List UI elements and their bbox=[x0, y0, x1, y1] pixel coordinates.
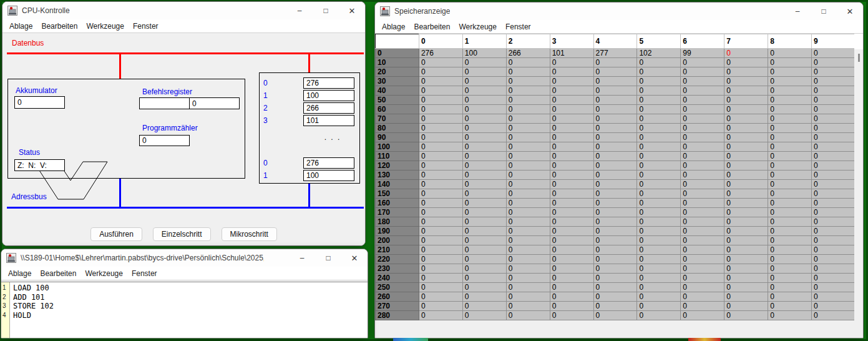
cpu-memory-value[interactable]: 276 bbox=[303, 157, 354, 169]
memory-cell[interactable]: 0 bbox=[768, 217, 812, 227]
memory-cell[interactable]: 101 bbox=[550, 49, 593, 58]
memory-cell[interactable]: 0 bbox=[768, 77, 812, 86]
code-editor[interactable]: 1234 LOAD 100ADD 101STORE 102HOLD bbox=[1, 282, 368, 338]
memory-cell[interactable]: 0 bbox=[681, 227, 724, 236]
cpu-memory-value[interactable]: 276 bbox=[303, 77, 354, 89]
memory-cell[interactable]: 0 bbox=[506, 208, 550, 217]
memory-cell[interactable]: 0 bbox=[550, 292, 593, 302]
memory-cell[interactable]: 0 bbox=[593, 255, 637, 264]
memory-cell[interactable]: 0 bbox=[768, 133, 812, 142]
memory-cell[interactable]: 0 bbox=[637, 236, 681, 245]
memory-cell[interactable]: 0 bbox=[419, 124, 462, 133]
menu-item-bearbeiten[interactable]: Bearbeiten bbox=[36, 269, 80, 278]
memory-cell[interactable]: 0 bbox=[724, 255, 768, 264]
memory-cell[interactable]: 0 bbox=[593, 77, 637, 86]
memory-cell[interactable]: 0 bbox=[593, 170, 637, 180]
memory-cell[interactable]: 0 bbox=[768, 227, 812, 236]
memory-cell[interactable]: 0 bbox=[462, 86, 506, 96]
memory-cell[interactable]: 0 bbox=[462, 180, 506, 189]
memory-cell[interactable]: 0 bbox=[768, 292, 812, 302]
memory-cell[interactable]: 0 bbox=[637, 189, 681, 199]
memory-cell[interactable]: 0 bbox=[724, 217, 768, 227]
memory-cell[interactable]: 0 bbox=[419, 67, 462, 77]
memory-cell[interactable]: 0 bbox=[506, 161, 550, 170]
cpu-memory-value[interactable]: 101 bbox=[303, 115, 354, 126]
minimize-icon[interactable]: – bbox=[286, 2, 313, 19]
button-einzelschritt[interactable]: Einzelschritt bbox=[153, 227, 211, 241]
memory-cell[interactable]: 0 bbox=[462, 302, 506, 311]
close-icon[interactable]: ✕ bbox=[837, 2, 863, 20]
memory-cell[interactable]: 0 bbox=[593, 311, 637, 320]
memory-cell[interactable]: 0 bbox=[506, 189, 550, 199]
memory-cell[interactable]: 0 bbox=[462, 142, 506, 152]
memory-cell[interactable]: 0 bbox=[768, 274, 812, 283]
memory-cell[interactable]: 0 bbox=[593, 245, 637, 255]
memory-cell[interactable]: 0 bbox=[724, 236, 768, 245]
memory-cell[interactable]: 0 bbox=[637, 77, 681, 86]
memory-cell[interactable]: 0 bbox=[637, 227, 681, 236]
memory-cell[interactable]: 0 bbox=[593, 283, 637, 292]
memory-cell[interactable]: 0 bbox=[550, 302, 593, 311]
memory-cell[interactable]: 0 bbox=[462, 227, 506, 236]
memory-cell[interactable]: 0 bbox=[419, 180, 462, 189]
memory-cell[interactable]: 0 bbox=[419, 170, 462, 180]
memory-cell[interactable]: 0 bbox=[550, 274, 593, 283]
memory-cell[interactable]: 0 bbox=[550, 311, 593, 320]
close-icon[interactable]: ✕ bbox=[339, 2, 365, 19]
memory-cell[interactable]: 0 bbox=[681, 58, 724, 67]
menu-item-fenster[interactable]: Fenster bbox=[129, 22, 163, 31]
memory-cell[interactable]: 0 bbox=[768, 96, 812, 105]
memory-cell[interactable]: 0 bbox=[812, 283, 854, 292]
memory-cell[interactable]: 0 bbox=[462, 189, 506, 199]
scrollbar-thumb[interactable] bbox=[858, 54, 860, 62]
memory-cell[interactable]: 0 bbox=[419, 274, 462, 283]
memory-cell[interactable]: 0 bbox=[812, 49, 854, 58]
memory-cell[interactable]: 0 bbox=[550, 152, 593, 161]
memory-cell[interactable]: 0 bbox=[681, 124, 724, 133]
memory-cell[interactable]: 0 bbox=[419, 311, 462, 320]
memory-cell[interactable]: 0 bbox=[419, 133, 462, 142]
memory-cell[interactable]: 0 bbox=[768, 255, 812, 264]
memory-cell[interactable]: 0 bbox=[593, 105, 637, 114]
memory-cell[interactable]: 0 bbox=[681, 114, 724, 124]
memory-cell[interactable]: 0 bbox=[506, 302, 550, 311]
memory-cell[interactable]: 0 bbox=[506, 58, 550, 67]
memory-cell[interactable]: 0 bbox=[506, 114, 550, 124]
memory-cell[interactable]: 0 bbox=[419, 208, 462, 217]
memory-cell[interactable]: 0 bbox=[593, 302, 637, 311]
memory-cell[interactable]: 0 bbox=[637, 67, 681, 77]
memory-cell[interactable]: 0 bbox=[637, 161, 681, 170]
memory-cell[interactable]: 0 bbox=[724, 180, 768, 189]
memory-cell[interactable]: 0 bbox=[724, 96, 768, 105]
memory-cell[interactable]: 0 bbox=[724, 142, 768, 152]
code-lines[interactable]: LOAD 100ADD 101STORE 102HOLD bbox=[10, 282, 368, 338]
memory-cell[interactable]: 0 bbox=[724, 245, 768, 255]
memory-cell[interactable]: 0 bbox=[768, 208, 812, 217]
memory-cell[interactable]: 0 bbox=[681, 142, 724, 152]
memory-cell[interactable]: 0 bbox=[593, 274, 637, 283]
memory-cell[interactable]: 0 bbox=[637, 255, 681, 264]
memory-cell[interactable]: 0 bbox=[462, 199, 506, 208]
memory-cell[interactable]: 0 bbox=[462, 124, 506, 133]
memory-cell[interactable]: 0 bbox=[462, 170, 506, 180]
memory-cell[interactable]: 0 bbox=[724, 152, 768, 161]
memory-cell[interactable]: 0 bbox=[768, 67, 812, 77]
memory-cell[interactable]: 0 bbox=[419, 152, 462, 161]
memory-cell[interactable]: 0 bbox=[550, 236, 593, 245]
memory-cell[interactable]: 0 bbox=[506, 142, 550, 152]
memory-cell[interactable]: 0 bbox=[681, 255, 724, 264]
memory-cell[interactable]: 0 bbox=[593, 96, 637, 105]
memory-cell[interactable]: 0 bbox=[637, 58, 681, 67]
memory-cell[interactable]: 0 bbox=[724, 283, 768, 292]
cpu-memory-value[interactable]: 100 bbox=[303, 90, 354, 101]
memory-cell[interactable]: 0 bbox=[812, 114, 854, 124]
memory-cell[interactable]: 0 bbox=[724, 311, 768, 320]
memory-cell[interactable]: 0 bbox=[593, 180, 637, 189]
memory-cell[interactable]: 0 bbox=[506, 245, 550, 255]
memory-cell[interactable]: 0 bbox=[419, 236, 462, 245]
memory-cell[interactable]: 0 bbox=[550, 114, 593, 124]
memory-cell[interactable]: 0 bbox=[724, 58, 768, 67]
memory-cell[interactable]: 0 bbox=[768, 283, 812, 292]
memory-cell[interactable]: 0 bbox=[419, 227, 462, 236]
memory-cell[interactable]: 0 bbox=[637, 283, 681, 292]
